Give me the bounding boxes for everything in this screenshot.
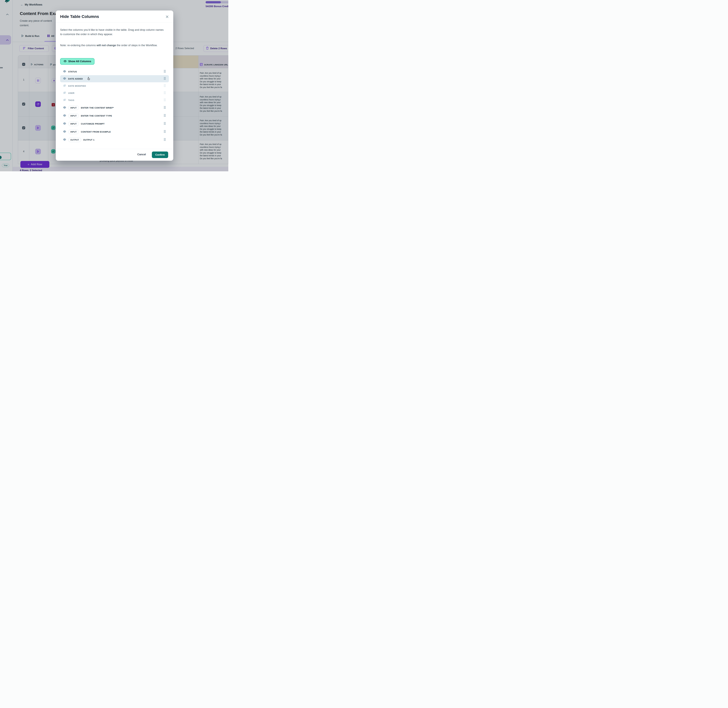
eye-icon[interactable] [63, 138, 66, 142]
app-root: ow Trial ← My Workflows Content From Exa… [0, 0, 228, 171]
hide-table-columns-modal: Hide Table Columns Select the columns yo… [56, 10, 173, 161]
eye-icon[interactable] [63, 130, 66, 133]
column-row-customize-prompt[interactable]: INPUT CUSTOMIZE PROMPT [60, 120, 169, 128]
input-badge: INPUT [68, 122, 79, 126]
column-row-user[interactable]: USER [60, 90, 169, 97]
cancel-button[interactable]: Cancel [137, 153, 146, 156]
drag-handle-icon[interactable] [164, 114, 166, 118]
drag-handle-icon[interactable] [164, 106, 166, 110]
column-row-date-added[interactable]: DATE ADDED [60, 75, 169, 82]
drag-handle-icon[interactable] [164, 70, 166, 73]
show-all-columns-button[interactable]: Show All Columns [60, 58, 94, 65]
eye-off-icon[interactable] [63, 91, 66, 95]
drag-handle-icon[interactable] [164, 138, 166, 142]
input-badge: INPUT [68, 106, 79, 110]
column-label: CUSTOMIZE PROMPT [81, 122, 105, 125]
drag-handle-icon[interactable] [164, 122, 166, 126]
column-row-date-modified[interactable]: DATE MODIFIED [60, 82, 169, 90]
column-row-status[interactable]: STATUS [60, 68, 169, 75]
column-label: ENTER THE CONTENT BRIEF* [81, 106, 114, 109]
column-label: TAGS [68, 99, 74, 102]
column-list: STATUS DATE ADDED DATE MODIFIED USER [56, 68, 173, 144]
modal-note: Note: re-ordering the columns will not c… [60, 43, 164, 48]
eye-icon[interactable] [63, 114, 66, 118]
input-badge: INPUT [68, 130, 79, 134]
output-badge: OUTPUT [68, 138, 81, 142]
eye-icon[interactable] [63, 106, 66, 110]
drag-handle-icon[interactable] [164, 130, 166, 133]
column-label: ENTER THE CONTENT TYPE [81, 115, 112, 117]
eye-icon [64, 59, 67, 63]
confirm-button[interactable]: Confirm [152, 151, 168, 158]
column-label: STATUS [68, 70, 77, 73]
modal-description: Select the columns you’d like to have vi… [60, 28, 164, 36]
eye-icon[interactable] [63, 70, 66, 73]
column-row-content-from-example[interactable]: INPUT CONTENT FROM EXAMPLE [60, 128, 169, 136]
modal-title: Hide Table Columns [60, 14, 99, 19]
column-label: DATE ADDED [68, 77, 83, 80]
eye-off-icon[interactable] [63, 84, 66, 88]
drag-handle-icon [164, 91, 166, 95]
drag-handle-icon [164, 84, 166, 88]
column-label: CONTENT FROM EXAMPLE [81, 131, 111, 133]
close-icon[interactable] [165, 15, 169, 19]
hand-cursor-icon [87, 77, 91, 81]
eye-off-icon[interactable] [63, 98, 66, 102]
column-label: OUTPUT 1 [83, 139, 94, 141]
column-row-content-brief[interactable]: INPUT ENTER THE CONTENT BRIEF* [60, 104, 169, 112]
divider [56, 149, 173, 149]
input-badge: INPUT [68, 114, 79, 118]
show-all-label: Show All Columns [68, 60, 91, 63]
drag-handle-icon [164, 98, 166, 102]
drag-handle-icon[interactable] [164, 77, 166, 81]
column-row-tags[interactable]: TAGS [60, 97, 169, 104]
column-row-content-type[interactable]: INPUT ENTER THE CONTENT TYPE [60, 112, 169, 120]
column-label: USER [68, 92, 74, 94]
eye-icon[interactable] [63, 77, 66, 81]
column-label: DATE MODIFIED [68, 85, 86, 87]
eye-icon[interactable] [63, 122, 66, 126]
column-row-output-1[interactable]: OUTPUT OUTPUT 1 [60, 136, 169, 144]
